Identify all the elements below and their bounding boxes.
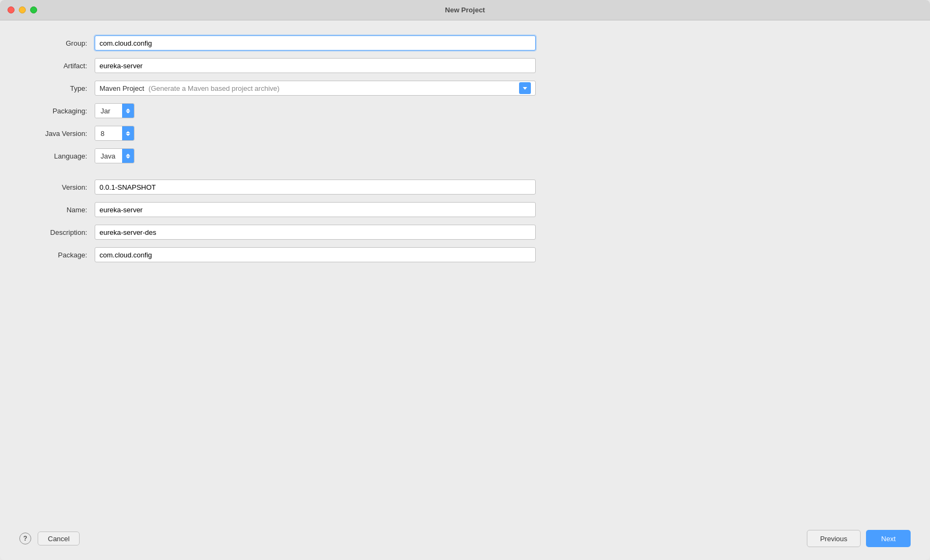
close-button[interactable] [8,6,15,13]
previous-button[interactable]: Previous [807,530,861,547]
language-value: Java [95,149,122,163]
packaging-row: Packaging: Jar [19,103,911,118]
packaging-select[interactable]: Jar [95,103,134,118]
version-row: Version: [19,180,911,195]
java-version-dropdown-button[interactable] [122,126,134,140]
name-input[interactable] [95,202,536,217]
type-dropdown-button[interactable] [519,82,531,94]
language-label: Language: [19,152,95,160]
maximize-button[interactable] [30,6,37,13]
java-version-value: 8 [95,126,122,140]
language-row: Language: Java [19,148,911,163]
type-select-hint: (Generate a Maven based project archive) [148,84,280,92]
artifact-label: Artifact: [19,62,95,70]
type-select[interactable]: Maven Project (Generate a Maven based pr… [95,81,536,96]
artifact-input[interactable] [95,58,536,73]
language-select[interactable]: Java [95,148,134,163]
java-version-label: Java Version: [19,130,95,138]
version-label: Version: [19,183,95,191]
description-input[interactable] [95,225,536,240]
new-project-window: New Project Group: Artifact: Type: Maven… [0,0,930,560]
package-row: Package: [19,247,911,262]
packaging-value: Jar [95,104,122,118]
language-dropdown-button[interactable] [122,149,134,163]
chevron-down-icon [523,87,527,90]
chevron-updown-icon [126,131,130,136]
window-title: New Project [445,6,485,14]
cancel-button[interactable]: Cancel [38,532,80,545]
java-version-select[interactable]: 8 [95,126,134,141]
type-select-value: Maven Project [100,84,144,92]
type-label: Type: [19,84,95,92]
chevron-updown-icon [126,154,130,159]
group-input[interactable] [95,35,536,51]
traffic-lights [8,6,37,13]
content-area: Group: Artifact: Type: Maven Project (Ge… [0,20,930,560]
artifact-row: Artifact: [19,58,911,73]
form-area: Group: Artifact: Type: Maven Project (Ge… [19,35,911,523]
group-label: Group: [19,39,95,47]
footer-right: Previous Next [807,530,911,547]
package-input[interactable] [95,247,536,262]
description-row: Description: [19,225,911,240]
name-row: Name: [19,202,911,217]
group-row: Group: [19,35,911,51]
titlebar: New Project [0,0,930,20]
footer-left: ? Cancel [19,532,80,545]
footer: ? Cancel Previous Next [19,523,911,549]
type-row: Type: Maven Project (Generate a Maven ba… [19,81,911,96]
chevron-updown-icon [126,109,130,113]
help-button[interactable]: ? [19,533,31,544]
description-label: Description: [19,228,95,236]
packaging-dropdown-button[interactable] [122,104,134,118]
java-version-row: Java Version: 8 [19,126,911,141]
name-label: Name: [19,206,95,214]
minimize-button[interactable] [19,6,26,13]
next-button[interactable]: Next [866,530,911,547]
packaging-label: Packaging: [19,107,95,115]
version-input[interactable] [95,180,536,195]
package-label: Package: [19,251,95,259]
